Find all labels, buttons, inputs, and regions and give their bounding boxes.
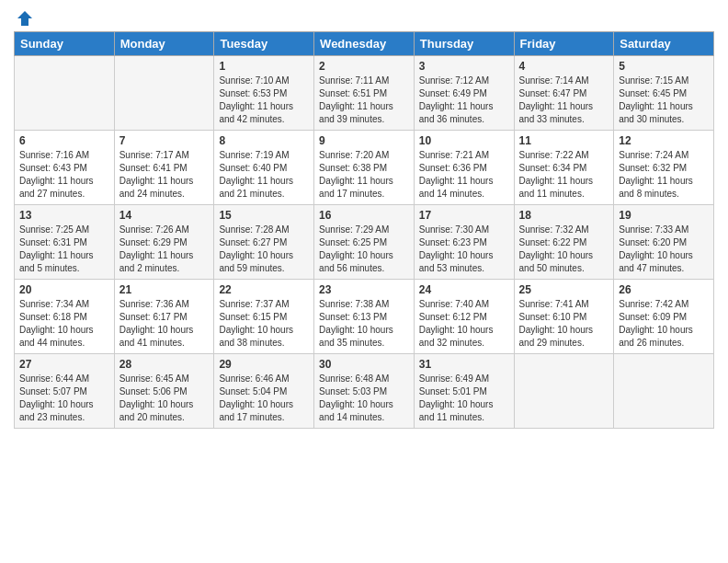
page: SundayMondayTuesdayWednesdayThursdayFrid…	[0, 0, 728, 563]
day-number: 26	[619, 283, 709, 296]
day-number: 29	[219, 358, 309, 371]
svg-marker-0	[17, 11, 32, 26]
day-detail: Sunrise: 7:11 AMSunset: 6:51 PMDaylight:…	[319, 75, 393, 124]
day-detail: Sunrise: 7:36 AMSunset: 6:17 PMDaylight:…	[119, 299, 194, 348]
day-detail: Sunrise: 7:38 AMSunset: 6:13 PMDaylight:…	[319, 299, 393, 348]
day-detail: Sunrise: 7:32 AMSunset: 6:22 PMDaylight:…	[519, 224, 594, 273]
calendar-week-4: 20Sunrise: 7:34 AMSunset: 6:18 PMDayligh…	[15, 280, 714, 354]
calendar-header-row: SundayMondayTuesdayWednesdayThursdayFrid…	[15, 32, 714, 56]
calendar-cell: 18Sunrise: 7:32 AMSunset: 6:22 PMDayligh…	[514, 205, 614, 280]
day-number: 22	[219, 283, 309, 296]
col-header-monday: Monday	[114, 32, 214, 56]
col-header-sunday: Sunday	[15, 32, 115, 56]
day-detail: Sunrise: 7:22 AMSunset: 6:34 PMDaylight:…	[519, 150, 594, 199]
calendar-cell: 2Sunrise: 7:11 AMSunset: 6:51 PMDaylight…	[314, 56, 415, 131]
day-number: 11	[519, 134, 609, 147]
day-detail: Sunrise: 7:14 AMSunset: 6:47 PMDaylight:…	[519, 75, 594, 124]
day-number: 19	[619, 209, 709, 222]
calendar-cell: 10Sunrise: 7:21 AMSunset: 6:36 PMDayligh…	[414, 131, 514, 205]
day-detail: Sunrise: 6:46 AMSunset: 5:04 PMDaylight:…	[219, 373, 293, 422]
calendar-cell: 5Sunrise: 7:15 AMSunset: 6:45 PMDaylight…	[614, 56, 714, 131]
col-header-thursday: Thursday	[414, 32, 514, 56]
day-detail: Sunrise: 7:40 AMSunset: 6:12 PMDaylight:…	[419, 299, 494, 348]
calendar-week-1: 1Sunrise: 7:10 AMSunset: 6:53 PMDaylight…	[15, 56, 714, 131]
day-number: 14	[119, 209, 210, 222]
calendar-cell: 24Sunrise: 7:40 AMSunset: 6:12 PMDayligh…	[414, 280, 514, 354]
day-number: 2	[319, 60, 409, 73]
calendar-cell: 28Sunrise: 6:45 AMSunset: 5:06 PMDayligh…	[114, 354, 214, 429]
day-detail: Sunrise: 7:34 AMSunset: 6:18 PMDaylight:…	[19, 299, 94, 348]
calendar-week-5: 27Sunrise: 6:44 AMSunset: 5:07 PMDayligh…	[15, 354, 714, 429]
day-number: 12	[619, 134, 709, 147]
day-detail: Sunrise: 7:16 AMSunset: 6:43 PMDaylight:…	[19, 150, 94, 199]
day-number: 30	[319, 358, 409, 371]
calendar-cell: 1Sunrise: 7:10 AMSunset: 6:53 PMDaylight…	[214, 56, 314, 131]
col-header-tuesday: Tuesday	[214, 32, 314, 56]
day-number: 1	[219, 60, 309, 73]
calendar-cell: 17Sunrise: 7:30 AMSunset: 6:23 PMDayligh…	[414, 205, 514, 280]
calendar-cell: 20Sunrise: 7:34 AMSunset: 6:18 PMDayligh…	[15, 280, 115, 354]
col-header-saturday: Saturday	[614, 32, 714, 56]
day-number: 27	[19, 358, 109, 371]
calendar-cell: 23Sunrise: 7:38 AMSunset: 6:13 PMDayligh…	[314, 280, 415, 354]
day-number: 3	[419, 60, 509, 73]
day-number: 5	[619, 60, 709, 73]
day-detail: Sunrise: 6:48 AMSunset: 5:03 PMDaylight:…	[319, 373, 393, 422]
day-number: 28	[119, 358, 210, 371]
header	[14, 9, 714, 24]
calendar-cell: 9Sunrise: 7:20 AMSunset: 6:38 PMDaylight…	[314, 131, 415, 205]
day-detail: Sunrise: 7:19 AMSunset: 6:40 PMDaylight:…	[219, 150, 293, 199]
calendar-cell: 25Sunrise: 7:41 AMSunset: 6:10 PMDayligh…	[514, 280, 614, 354]
calendar-cell: 26Sunrise: 7:42 AMSunset: 6:09 PMDayligh…	[614, 280, 714, 354]
day-detail: Sunrise: 7:10 AMSunset: 6:53 PMDaylight:…	[219, 75, 293, 124]
day-detail: Sunrise: 6:45 AMSunset: 5:06 PMDaylight:…	[119, 373, 194, 422]
day-detail: Sunrise: 7:28 AMSunset: 6:27 PMDaylight:…	[219, 224, 293, 273]
day-number: 25	[519, 283, 609, 296]
day-detail: Sunrise: 7:41 AMSunset: 6:10 PMDaylight:…	[519, 299, 594, 348]
calendar-cell	[514, 354, 614, 429]
day-number: 20	[19, 283, 109, 296]
day-number: 6	[19, 134, 109, 147]
day-detail: Sunrise: 7:26 AMSunset: 6:29 PMDaylight:…	[119, 224, 194, 273]
calendar-cell: 8Sunrise: 7:19 AMSunset: 6:40 PMDaylight…	[214, 131, 314, 205]
day-detail: Sunrise: 7:17 AMSunset: 6:41 PMDaylight:…	[119, 150, 194, 199]
day-number: 18	[519, 209, 609, 222]
day-detail: Sunrise: 7:29 AMSunset: 6:25 PMDaylight:…	[319, 224, 393, 273]
day-detail: Sunrise: 6:44 AMSunset: 5:07 PMDaylight:…	[19, 373, 94, 422]
calendar-cell: 19Sunrise: 7:33 AMSunset: 6:20 PMDayligh…	[614, 205, 714, 280]
day-number: 7	[119, 134, 210, 147]
calendar-cell: 22Sunrise: 7:37 AMSunset: 6:15 PMDayligh…	[214, 280, 314, 354]
day-detail: Sunrise: 7:20 AMSunset: 6:38 PMDaylight:…	[319, 150, 393, 199]
day-detail: Sunrise: 7:37 AMSunset: 6:15 PMDaylight:…	[219, 299, 293, 348]
calendar-cell: 11Sunrise: 7:22 AMSunset: 6:34 PMDayligh…	[514, 131, 614, 205]
day-detail: Sunrise: 7:12 AMSunset: 6:49 PMDaylight:…	[419, 75, 494, 124]
col-header-friday: Friday	[514, 32, 614, 56]
day-detail: Sunrise: 7:21 AMSunset: 6:36 PMDaylight:…	[419, 150, 494, 199]
calendar-week-3: 13Sunrise: 7:25 AMSunset: 6:31 PMDayligh…	[15, 205, 714, 280]
calendar-cell: 13Sunrise: 7:25 AMSunset: 6:31 PMDayligh…	[15, 205, 115, 280]
day-detail: Sunrise: 7:42 AMSunset: 6:09 PMDaylight:…	[619, 299, 693, 348]
day-number: 13	[19, 209, 109, 222]
calendar-cell: 29Sunrise: 6:46 AMSunset: 5:04 PMDayligh…	[214, 354, 314, 429]
calendar-cell: 4Sunrise: 7:14 AMSunset: 6:47 PMDaylight…	[514, 56, 614, 131]
col-header-wednesday: Wednesday	[314, 32, 415, 56]
logo-icon	[16, 9, 34, 28]
calendar-cell: 7Sunrise: 7:17 AMSunset: 6:41 PMDaylight…	[114, 131, 214, 205]
day-detail: Sunrise: 7:24 AMSunset: 6:32 PMDaylight:…	[619, 150, 693, 199]
calendar-cell	[15, 56, 115, 131]
calendar-week-2: 6Sunrise: 7:16 AMSunset: 6:43 PMDaylight…	[15, 131, 714, 205]
calendar-cell: 6Sunrise: 7:16 AMSunset: 6:43 PMDaylight…	[15, 131, 115, 205]
day-number: 21	[119, 283, 210, 296]
calendar-cell: 15Sunrise: 7:28 AMSunset: 6:27 PMDayligh…	[214, 205, 314, 280]
calendar-cell: 16Sunrise: 7:29 AMSunset: 6:25 PMDayligh…	[314, 205, 415, 280]
day-detail: Sunrise: 6:49 AMSunset: 5:01 PMDaylight:…	[419, 373, 494, 422]
calendar-cell: 21Sunrise: 7:36 AMSunset: 6:17 PMDayligh…	[114, 280, 214, 354]
day-number: 23	[319, 283, 409, 296]
calendar-cell	[114, 56, 214, 131]
calendar-cell: 14Sunrise: 7:26 AMSunset: 6:29 PMDayligh…	[114, 205, 214, 280]
day-number: 15	[219, 209, 309, 222]
day-detail: Sunrise: 7:30 AMSunset: 6:23 PMDaylight:…	[419, 224, 494, 273]
day-detail: Sunrise: 7:25 AMSunset: 6:31 PMDaylight:…	[19, 224, 94, 273]
calendar-cell	[614, 354, 714, 429]
day-number: 9	[319, 134, 409, 147]
